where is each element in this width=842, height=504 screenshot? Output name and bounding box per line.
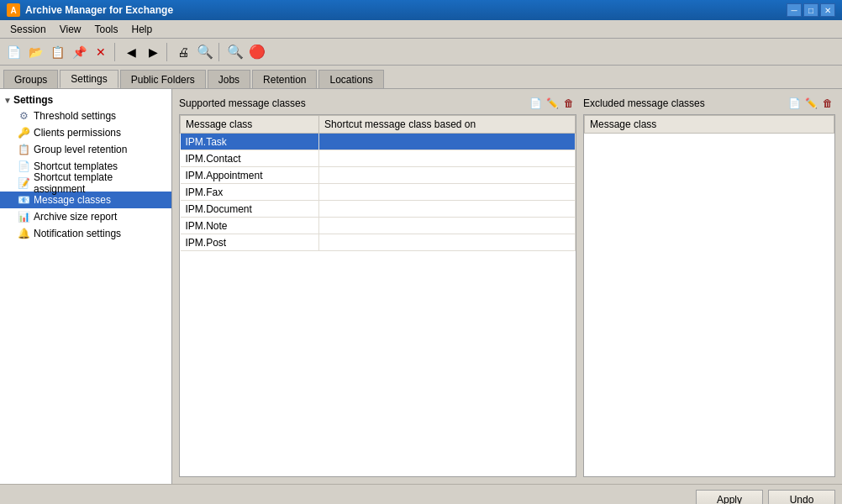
toolbar-open[interactable]: 📂 [25, 42, 45, 62]
tab-locations[interactable]: Locations [318, 70, 383, 88]
col-excluded-message-class: Message class [585, 116, 834, 134]
undo-button[interactable]: Undo [768, 490, 835, 505]
message-class-icon: 📧 [17, 193, 30, 207]
sidebar-item-threshold-label: Threshold settings [34, 110, 116, 122]
shortcut-class-cell [319, 134, 576, 150]
tab-public-folders[interactable]: Public Folders [120, 70, 206, 88]
sidebar-item-clients[interactable]: 🔑 Clients permissions [0, 124, 171, 141]
menu-view[interactable]: View [53, 22, 88, 37]
supported-panel-header: Supported message classes 📄 ✏️ 🗑 [179, 96, 576, 111]
maximize-btn[interactable]: □ [803, 3, 818, 17]
shortcut-class-cell [319, 150, 576, 167]
supported-panel: Supported message classes 📄 ✏️ 🗑 Message… [179, 96, 576, 477]
sidebar-section-settings[interactable]: ▼ Settings [0, 92, 171, 108]
toolbar-search[interactable]: 🔍 [225, 42, 245, 62]
app-icon: A [7, 3, 20, 17]
window-title: Archive Manager for Exchange [25, 4, 173, 16]
table-row[interactable]: IPM.Fax [181, 184, 576, 201]
tab-groups[interactable]: Groups [3, 70, 58, 88]
tab-settings[interactable]: Settings [60, 70, 118, 88]
window-controls: ─ □ ✕ [787, 3, 835, 17]
table-row[interactable]: IPM.Note [181, 218, 576, 234]
col-message-class: Message class [181, 116, 319, 134]
minimize-btn[interactable]: ─ [787, 3, 802, 17]
supported-panel-title: Supported message classes [179, 97, 306, 109]
sidebar-item-threshold[interactable]: ⚙ Threshold settings [0, 108, 171, 124]
menu-session[interactable]: Session [3, 22, 53, 37]
shortcut-class-cell [319, 201, 576, 218]
key-icon: 🔑 [17, 126, 30, 139]
tab-jobs[interactable]: Jobs [208, 70, 250, 88]
toolbar-back[interactable]: ◀ [121, 42, 141, 62]
notification-icon: 🔔 [17, 227, 30, 240]
assign-icon: 📝 [17, 176, 30, 190]
toolbar-forward[interactable]: ▶ [143, 42, 163, 62]
toolbar-stop[interactable]: 🔴 [247, 42, 267, 62]
toolbar-print[interactable]: 🖨 [173, 42, 193, 62]
shortcut-class-cell [319, 218, 576, 234]
sidebar-item-archive-size[interactable]: 📊 Archive size report [0, 208, 171, 225]
sidebar-item-clients-label: Clients permissions [34, 127, 121, 139]
excluded-panel-icons: 📄 ✏️ 🗑 [787, 96, 835, 111]
toolbar-preview[interactable]: 🔍 [195, 42, 215, 62]
supported-edit-icon[interactable]: ✏️ [545, 96, 560, 111]
supported-add-icon[interactable]: 📄 [528, 96, 543, 111]
toolbar-sep-1 [114, 43, 118, 61]
title-bar: A Archive Manager for Exchange ─ □ ✕ [0, 0, 842, 20]
toolbar-sep-2 [166, 43, 170, 61]
menu-bar: Session View Tools Help [0, 20, 842, 39]
tab-bar: Groups Settings Public Folders Jobs Rete… [0, 66, 842, 89]
layers-icon: 📋 [17, 143, 30, 156]
message-class-cell: IPM.Document [181, 201, 319, 218]
message-class-cell: IPM.Note [181, 218, 319, 234]
shortcut-class-cell [319, 184, 576, 201]
apply-button[interactable]: Apply [696, 490, 763, 505]
sidebar: ▼ Settings ⚙ Threshold settings 🔑 Client… [0, 89, 172, 484]
supported-table[interactable]: Message class Shortcut message class bas… [179, 114, 576, 477]
tree-arrow: ▼ [3, 96, 12, 105]
table-row[interactable]: IPM.Post [181, 234, 576, 251]
sidebar-item-group-retention[interactable]: 📋 Group level retention [0, 141, 171, 158]
main-content: ▼ Settings ⚙ Threshold settings 🔑 Client… [0, 89, 842, 484]
toolbar-paste[interactable]: 📌 [69, 42, 89, 62]
sidebar-item-shortcut-assignment-label: Shortcut template assignment [34, 171, 165, 195]
sidebar-item-notification[interactable]: 🔔 Notification settings [0, 225, 171, 242]
toolbar-delete[interactable]: ✕ [91, 42, 111, 62]
toolbar-copy[interactable]: 📋 [47, 42, 67, 62]
template-icon: 📄 [17, 160, 30, 173]
shortcut-class-cell [319, 167, 576, 184]
excluded-delete-icon[interactable]: 🗑 [820, 96, 835, 111]
message-class-cell: IPM.Appointment [181, 167, 319, 184]
sidebar-item-shortcut-templates-label: Shortcut templates [34, 160, 118, 172]
excluded-table[interactable]: Message class [583, 114, 835, 477]
table-row[interactable]: IPM.Contact [181, 150, 576, 167]
col-shortcut-class: Shortcut message class based on [319, 116, 576, 134]
shortcut-class-cell [319, 234, 576, 251]
sidebar-item-notification-label: Notification settings [34, 228, 121, 239]
tab-retention[interactable]: Retention [252, 70, 317, 88]
excluded-panel-header: Excluded message classes 📄 ✏️ 🗑 [583, 96, 835, 111]
content-area: Supported message classes 📄 ✏️ 🗑 Message… [172, 89, 842, 484]
table-row[interactable]: IPM.Document [181, 201, 576, 218]
table-row[interactable]: IPM.Task [181, 134, 576, 150]
toolbar-sep-3 [218, 43, 222, 61]
sidebar-section-label: Settings [13, 94, 53, 106]
menu-help[interactable]: Help [125, 22, 160, 37]
toolbar: 📄 📂 📋 📌 ✕ ◀ ▶ 🖨 🔍 🔍 🔴 [0, 39, 842, 66]
sidebar-item-group-retention-label: Group level retention [34, 144, 127, 155]
sidebar-item-shortcut-assignment[interactable]: 📝 Shortcut template assignment [0, 175, 171, 192]
sidebar-item-archive-size-label: Archive size report [34, 211, 117, 223]
supported-panel-icons: 📄 ✏️ 🗑 [528, 96, 576, 111]
menu-tools[interactable]: Tools [88, 22, 125, 37]
bottom-bar: Apply Undo [0, 484, 842, 504]
excluded-edit-icon[interactable]: ✏️ [803, 96, 818, 111]
message-class-cell: IPM.Contact [181, 150, 319, 167]
close-btn[interactable]: ✕ [820, 3, 835, 17]
table-row[interactable]: IPM.Appointment [181, 167, 576, 184]
excluded-add-icon[interactable]: 📄 [787, 96, 802, 111]
gear-icon: ⚙ [17, 109, 30, 123]
message-class-cell: IPM.Task [181, 134, 319, 150]
sidebar-item-message-classes-label: Message classes [34, 194, 111, 206]
supported-delete-icon[interactable]: 🗑 [561, 96, 576, 111]
toolbar-new[interactable]: 📄 [3, 42, 24, 62]
